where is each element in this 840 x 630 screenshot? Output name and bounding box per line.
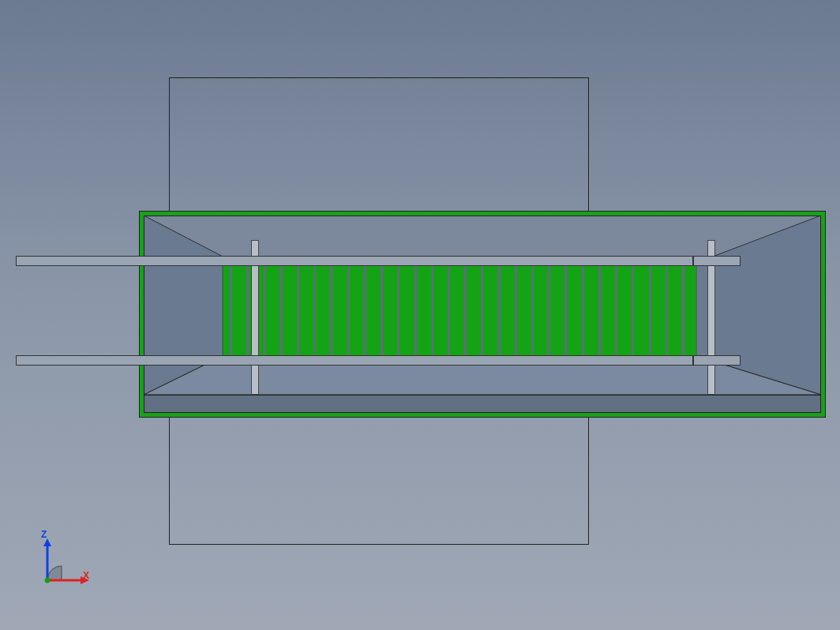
axis-triad[interactable]: Z X — [39, 537, 95, 592]
triad-svg — [39, 537, 95, 592]
rod-lower-extension — [693, 355, 741, 366]
axis-y-dot — [45, 578, 51, 583]
cavity-floor — [144, 395, 821, 413]
rod-upper — [16, 256, 693, 266]
rod-lower — [16, 355, 693, 366]
cavity-frame — [144, 216, 821, 413]
axis-label-x: X — [83, 570, 89, 581]
rod-upper-extension — [693, 256, 741, 266]
floor-edge — [144, 395, 821, 396]
axis-label-z: Z — [41, 529, 47, 540]
cad-viewport[interactable]: Z X — [0, 0, 840, 630]
